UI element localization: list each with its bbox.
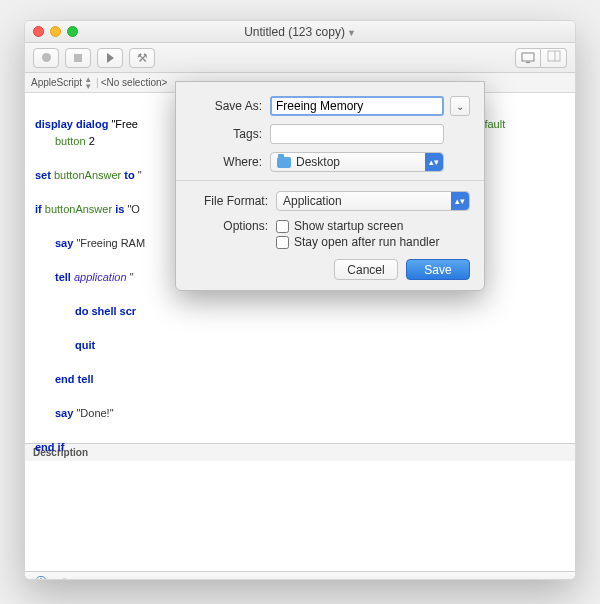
expand-button[interactable]: ⌄ <box>450 96 470 116</box>
chevron-down-icon[interactable]: ▼ <box>347 28 356 38</box>
record-button[interactable] <box>33 48 59 68</box>
save-as-label: Save As: <box>190 99 262 113</box>
list-icon[interactable]: ▤ <box>77 576 88 581</box>
file-format-select[interactable]: Application ▴▾ <box>276 191 470 211</box>
script-editor-window: Untitled (123 copy)▼ ⚒ AppleScript ▲▼ | … <box>24 20 576 580</box>
svg-rect-2 <box>548 51 560 61</box>
save-as-input[interactable] <box>270 96 444 116</box>
chevron-updown-icon: ▲▼ <box>84 76 92 90</box>
option-label: Stay open after run handler <box>294 235 439 249</box>
tags-label: Tags: <box>190 127 262 141</box>
compile-button[interactable]: ⚒ <box>129 48 155 68</box>
view-tab-left[interactable] <box>515 48 541 68</box>
layout-icon <box>547 50 561 65</box>
svg-rect-1 <box>526 62 530 63</box>
folder-icon <box>277 157 291 168</box>
select-arrow-icon: ▴▾ <box>451 192 469 210</box>
description-header: Description <box>25 443 575 461</box>
sync-icon[interactable]: ↺ <box>57 576 67 581</box>
footer-bar: ⓘ ↺ ▤ <box>25 571 575 580</box>
save-button[interactable]: Save <box>406 259 470 280</box>
tags-input[interactable] <box>270 124 444 144</box>
stop-button[interactable] <box>65 48 91 68</box>
cancel-button[interactable]: Cancel <box>334 259 398 280</box>
monitor-icon <box>521 52 535 64</box>
show-startup-checkbox[interactable] <box>276 220 289 233</box>
where-select[interactable]: Desktop ▴▾ <box>270 152 444 172</box>
file-format-label: File Format: <box>190 194 268 208</box>
stay-open-checkbox[interactable] <box>276 236 289 249</box>
svg-rect-0 <box>522 53 534 61</box>
where-label: Where: <box>190 155 262 169</box>
save-dialog: Save As: ⌄ Tags: Where: Desktop ▴▾ File … <box>175 81 485 291</box>
run-button[interactable] <box>97 48 123 68</box>
options-label: Options: <box>190 219 268 233</box>
option-label: Show startup screen <box>294 219 403 233</box>
titlebar: Untitled (123 copy)▼ <box>25 21 575 43</box>
chevron-down-icon: ⌄ <box>456 101 464 112</box>
info-icon[interactable]: ⓘ <box>35 574 47 580</box>
window-title: Untitled (123 copy)▼ <box>25 25 575 39</box>
path-selector[interactable]: <No selection> <box>101 77 168 88</box>
toolbar: ⚒ <box>25 43 575 73</box>
description-area[interactable] <box>25 461 575 571</box>
view-tab-right[interactable] <box>541 48 567 68</box>
language-selector[interactable]: AppleScript <box>31 77 82 88</box>
select-arrow-icon: ▴▾ <box>425 153 443 171</box>
